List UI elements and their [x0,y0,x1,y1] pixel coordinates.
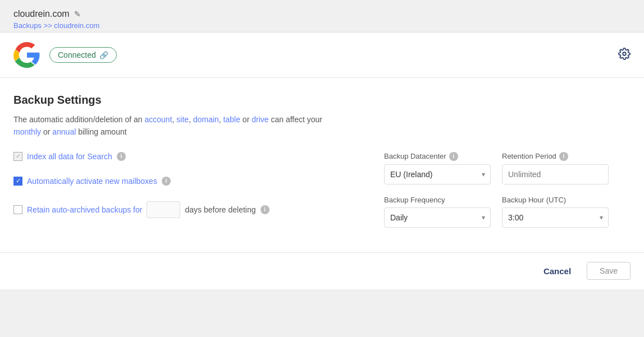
retention-label: Retention Period i [502,152,609,161]
index-search-info-icon[interactable]: i [117,152,126,161]
cancel-button[interactable]: Cancel [535,262,580,280]
edit-icon[interactable]: ✎ [74,10,81,19]
auto-mailboxes-row: Automatically activate new mailboxes i [13,177,362,186]
index-search-row: Index all data for Search i [13,152,362,161]
retain-backups-info-icon[interactable]: i [261,205,270,214]
retain-backups-label: Retain auto-archived backups for [27,205,142,214]
datacenter-info-icon[interactable]: i [449,152,458,161]
google-logo [13,41,40,68]
right-grid: Backup Datacenter i EU (Ireland) US (Vir… [384,152,609,228]
gear-icon [618,48,631,60]
connected-label: Connected [58,50,96,59]
retain-days-suffix: days before deleting [185,205,255,214]
datacenter-field: Backup Datacenter i EU (Ireland) US (Vir… [384,152,491,184]
datacenter-select[interactable]: EU (Ireland) US (Virginia) AP (Singapore… [384,164,491,184]
highlight-annual: annual [52,127,76,136]
breadcrumb: Backups >> cloudrein.com [13,21,631,30]
settings-left: Index all data for Search i Automaticall… [13,152,362,228]
breadcrumb-current: cloudrein.com [54,21,99,30]
save-button[interactable]: Save [587,262,631,280]
auto-mailboxes-label: Automatically activate new mailboxes [27,177,157,186]
retain-backups-checkbox[interactable] [13,205,22,214]
connected-left: Connected 🔗 [13,41,117,68]
backup-hour-select[interactable]: 3:00 0:00 6:00 9:00 12:00 15:00 18:00 21… [502,207,609,228]
breadcrumb-separator: >> [44,21,52,30]
link-icon: 🔗 [99,51,108,59]
section-title: Backup Settings [13,94,631,107]
highlight-monthly: monthly [13,127,41,136]
backup-hour-label: Backup Hour (UTC) [502,196,609,204]
index-search-label: Index all data for Search [27,152,112,161]
retention-field: Retention Period i [502,152,609,184]
datacenter-label: Backup Datacenter i [384,152,491,161]
retain-backups-row: Retain auto-archived backups for days be… [13,201,362,218]
highlight-table: table [223,115,240,124]
frequency-label: Backup Frequency [384,196,491,204]
auto-mailboxes-info-icon[interactable]: i [162,177,171,186]
connected-badge[interactable]: Connected 🔗 [49,47,117,63]
settings-right: Backup Datacenter i EU (Ireland) US (Vir… [384,152,609,228]
highlight-site: site [176,115,189,124]
retention-info-icon[interactable]: i [559,152,568,161]
index-search-checkbox[interactable] [13,152,22,161]
auto-mailboxes-checkbox[interactable] [13,177,22,186]
breadcrumb-backups[interactable]: Backups [13,21,42,30]
backup-hour-field: Backup Hour (UTC) 3:00 0:00 6:00 9:00 12… [502,196,609,228]
backup-settings-section: Backup Settings The automatic addition/d… [0,78,644,241]
datacenter-select-wrapper: EU (Ireland) US (Virginia) AP (Singapore… [384,164,491,184]
page-title: cloudrein.com [13,9,70,19]
frequency-select-wrapper: Daily Weekly Monthly ▾ [384,207,491,228]
highlight-drive: drive [252,115,268,124]
highlight-account: account [145,115,172,124]
billing-text: billing amount [78,127,126,136]
retention-input[interactable] [502,164,609,184]
settings-gear-button[interactable] [618,48,631,63]
footer: Cancel Save [0,252,644,289]
backup-description: The automatic addition/deletion of an ac… [13,113,362,139]
frequency-select[interactable]: Daily Weekly Monthly [384,207,491,228]
highlight-domain: domain [193,115,219,124]
backup-hour-select-wrapper: 3:00 0:00 6:00 9:00 12:00 15:00 18:00 21… [502,207,609,228]
connected-section: Connected 🔗 [0,33,644,78]
settings-layout: Index all data for Search i Automaticall… [13,152,631,228]
svg-point-0 [623,52,626,56]
retain-days-input[interactable] [147,201,180,218]
frequency-field: Backup Frequency Daily Weekly Monthly ▾ [384,196,491,228]
